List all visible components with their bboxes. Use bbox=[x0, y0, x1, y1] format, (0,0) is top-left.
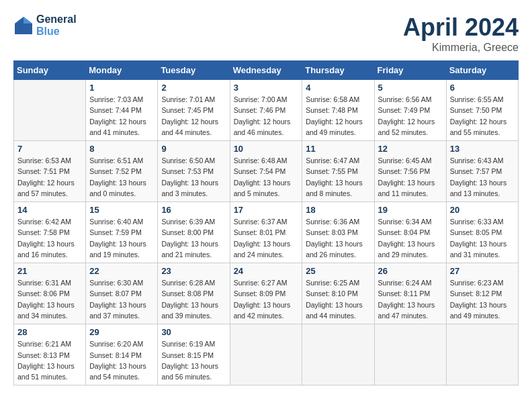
calendar-week-row: 21Sunrise: 6:31 AMSunset: 8:06 PMDayligh… bbox=[14, 263, 519, 324]
calendar-cell: 24Sunrise: 6:27 AMSunset: 8:09 PMDayligh… bbox=[230, 263, 302, 324]
calendar-cell: 11Sunrise: 6:47 AMSunset: 7:55 PMDayligh… bbox=[302, 141, 374, 202]
calendar-cell: 16Sunrise: 6:39 AMSunset: 8:00 PMDayligh… bbox=[158, 202, 230, 263]
logo-icon bbox=[13, 15, 34, 36]
day-number: 5 bbox=[378, 83, 443, 93]
calendar-cell: 23Sunrise: 6:28 AMSunset: 8:08 PMDayligh… bbox=[158, 263, 230, 324]
calendar-cell: 2Sunrise: 7:01 AMSunset: 7:45 PMDaylight… bbox=[158, 80, 230, 141]
calendar-cell: 17Sunrise: 6:37 AMSunset: 8:01 PMDayligh… bbox=[230, 202, 302, 263]
day-number: 22 bbox=[89, 266, 154, 276]
calendar-week-row: 14Sunrise: 6:42 AMSunset: 7:58 PMDayligh… bbox=[14, 202, 519, 263]
sun-info: Sunrise: 6:55 AMSunset: 7:50 PMDaylight:… bbox=[450, 94, 515, 138]
sun-info: Sunrise: 6:50 AMSunset: 7:53 PMDaylight:… bbox=[161, 155, 226, 199]
calendar-cell: 28Sunrise: 6:21 AMSunset: 8:13 PMDayligh… bbox=[14, 324, 86, 385]
location: Kimmeria, Greece bbox=[403, 42, 519, 54]
day-number: 24 bbox=[234, 266, 299, 276]
calendar-cell: 13Sunrise: 6:43 AMSunset: 7:57 PMDayligh… bbox=[446, 141, 518, 202]
sun-info: Sunrise: 6:21 AMSunset: 8:13 PMDaylight:… bbox=[17, 338, 82, 382]
logo-line2: Blue bbox=[36, 26, 77, 38]
day-number: 2 bbox=[161, 83, 226, 93]
calendar-cell bbox=[374, 324, 446, 385]
weekday-header-cell: Tuesday bbox=[158, 61, 230, 80]
logo: General Blue bbox=[13, 13, 77, 38]
calendar-body: 1Sunrise: 7:03 AMSunset: 7:44 PMDaylight… bbox=[14, 80, 519, 385]
sun-info: Sunrise: 6:31 AMSunset: 8:06 PMDaylight:… bbox=[17, 277, 82, 321]
logo-line1: General bbox=[36, 13, 77, 26]
sun-info: Sunrise: 6:27 AMSunset: 8:09 PMDaylight:… bbox=[234, 277, 299, 321]
svg-marker-1 bbox=[24, 17, 32, 24]
day-number: 14 bbox=[17, 205, 82, 215]
day-number: 17 bbox=[234, 205, 299, 215]
calendar-cell: 3Sunrise: 7:00 AMSunset: 7:46 PMDaylight… bbox=[230, 80, 302, 141]
sun-info: Sunrise: 6:20 AMSunset: 8:14 PMDaylight:… bbox=[89, 338, 154, 382]
calendar-cell: 8Sunrise: 6:51 AMSunset: 7:52 PMDaylight… bbox=[86, 141, 158, 202]
sun-info: Sunrise: 6:40 AMSunset: 7:59 PMDaylight:… bbox=[89, 216, 154, 260]
day-number: 20 bbox=[450, 205, 515, 215]
day-number: 8 bbox=[89, 144, 154, 154]
day-number: 19 bbox=[378, 205, 443, 215]
day-number: 29 bbox=[89, 327, 154, 337]
calendar-cell: 9Sunrise: 6:50 AMSunset: 7:53 PMDaylight… bbox=[158, 141, 230, 202]
sun-info: Sunrise: 6:56 AMSunset: 7:49 PMDaylight:… bbox=[378, 94, 443, 138]
sun-info: Sunrise: 6:42 AMSunset: 7:58 PMDaylight:… bbox=[17, 216, 82, 260]
weekday-header-cell: Friday bbox=[374, 61, 446, 80]
calendar-cell bbox=[302, 324, 374, 385]
day-number: 25 bbox=[306, 266, 370, 276]
day-number: 6 bbox=[450, 83, 515, 93]
sun-info: Sunrise: 6:36 AMSunset: 8:03 PMDaylight:… bbox=[306, 216, 370, 260]
sun-info: Sunrise: 6:47 AMSunset: 7:55 PMDaylight:… bbox=[306, 155, 370, 199]
weekday-header-cell: Sunday bbox=[14, 61, 86, 80]
calendar-cell: 4Sunrise: 6:58 AMSunset: 7:48 PMDaylight… bbox=[302, 80, 374, 141]
calendar-week-row: 28Sunrise: 6:21 AMSunset: 8:13 PMDayligh… bbox=[14, 324, 519, 385]
sun-info: Sunrise: 6:19 AMSunset: 8:15 PMDaylight:… bbox=[161, 338, 226, 382]
weekday-header-cell: Thursday bbox=[302, 61, 374, 80]
calendar-cell: 12Sunrise: 6:45 AMSunset: 7:56 PMDayligh… bbox=[374, 141, 446, 202]
calendar-cell: 7Sunrise: 6:53 AMSunset: 7:51 PMDaylight… bbox=[14, 141, 86, 202]
calendar-cell bbox=[14, 80, 86, 141]
weekday-header-cell: Monday bbox=[86, 61, 158, 80]
day-number: 15 bbox=[89, 205, 154, 215]
calendar-cell: 20Sunrise: 6:33 AMSunset: 8:05 PMDayligh… bbox=[446, 202, 518, 263]
day-number: 7 bbox=[17, 144, 82, 154]
calendar-cell: 10Sunrise: 6:48 AMSunset: 7:54 PMDayligh… bbox=[230, 141, 302, 202]
day-number: 21 bbox=[17, 266, 82, 276]
calendar-week-row: 7Sunrise: 6:53 AMSunset: 7:51 PMDaylight… bbox=[14, 141, 519, 202]
sun-info: Sunrise: 6:45 AMSunset: 7:56 PMDaylight:… bbox=[378, 155, 443, 199]
calendar-cell: 1Sunrise: 7:03 AMSunset: 7:44 PMDaylight… bbox=[86, 80, 158, 141]
weekday-header-cell: Wednesday bbox=[230, 61, 302, 80]
sun-info: Sunrise: 7:01 AMSunset: 7:45 PMDaylight:… bbox=[161, 94, 226, 138]
calendar-cell: 29Sunrise: 6:20 AMSunset: 8:14 PMDayligh… bbox=[86, 324, 158, 385]
day-number: 11 bbox=[306, 144, 370, 154]
day-number: 3 bbox=[234, 83, 299, 93]
sun-info: Sunrise: 6:48 AMSunset: 7:54 PMDaylight:… bbox=[234, 155, 299, 199]
sun-info: Sunrise: 6:24 AMSunset: 8:11 PMDaylight:… bbox=[378, 277, 443, 321]
page-header: General Blue April 2024 Kimmeria, Greece bbox=[13, 13, 519, 54]
sun-info: Sunrise: 6:39 AMSunset: 8:00 PMDaylight:… bbox=[161, 216, 226, 260]
calendar-cell: 30Sunrise: 6:19 AMSunset: 8:15 PMDayligh… bbox=[158, 324, 230, 385]
calendar-cell: 19Sunrise: 6:34 AMSunset: 8:04 PMDayligh… bbox=[374, 202, 446, 263]
day-number: 10 bbox=[234, 144, 299, 154]
calendar-week-row: 1Sunrise: 7:03 AMSunset: 7:44 PMDaylight… bbox=[14, 80, 519, 141]
sun-info: Sunrise: 6:53 AMSunset: 7:51 PMDaylight:… bbox=[17, 155, 82, 199]
calendar-table: SundayMondayTuesdayWednesdayThursdayFrid… bbox=[13, 60, 519, 385]
calendar-cell bbox=[230, 324, 302, 385]
sun-info: Sunrise: 6:51 AMSunset: 7:52 PMDaylight:… bbox=[89, 155, 154, 199]
sun-info: Sunrise: 6:28 AMSunset: 8:08 PMDaylight:… bbox=[161, 277, 226, 321]
sun-info: Sunrise: 6:34 AMSunset: 8:04 PMDaylight:… bbox=[378, 216, 443, 260]
title-block: April 2024 Kimmeria, Greece bbox=[403, 13, 519, 54]
calendar-cell bbox=[446, 324, 518, 385]
calendar-cell: 15Sunrise: 6:40 AMSunset: 7:59 PMDayligh… bbox=[86, 202, 158, 263]
calendar-cell: 25Sunrise: 6:25 AMSunset: 8:10 PMDayligh… bbox=[302, 263, 374, 324]
month-year: April 2024 bbox=[403, 13, 519, 42]
calendar-cell: 6Sunrise: 6:55 AMSunset: 7:50 PMDaylight… bbox=[446, 80, 518, 141]
weekday-header-cell: Saturday bbox=[446, 61, 518, 80]
sun-info: Sunrise: 6:43 AMSunset: 7:57 PMDaylight:… bbox=[450, 155, 515, 199]
day-number: 28 bbox=[17, 327, 82, 337]
calendar-cell: 27Sunrise: 6:23 AMSunset: 8:12 PMDayligh… bbox=[446, 263, 518, 324]
day-number: 1 bbox=[89, 83, 154, 93]
calendar-cell: 22Sunrise: 6:30 AMSunset: 8:07 PMDayligh… bbox=[86, 263, 158, 324]
day-number: 4 bbox=[306, 83, 370, 93]
sun-info: Sunrise: 6:23 AMSunset: 8:12 PMDaylight:… bbox=[450, 277, 515, 321]
day-number: 12 bbox=[378, 144, 443, 154]
sun-info: Sunrise: 6:58 AMSunset: 7:48 PMDaylight:… bbox=[306, 94, 370, 138]
calendar-cell: 5Sunrise: 6:56 AMSunset: 7:49 PMDaylight… bbox=[374, 80, 446, 141]
